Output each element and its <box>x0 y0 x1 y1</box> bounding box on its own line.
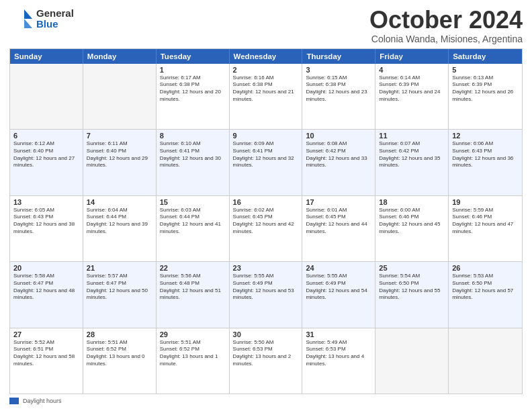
cell-info: Sunrise: 5:56 AM Sunset: 6:48 PM Dayligh… <box>160 273 226 302</box>
day-number: 13 <box>13 198 79 206</box>
calendar-cell: 25Sunrise: 5:54 AM Sunset: 6:50 PM Dayli… <box>375 262 449 327</box>
calendar: SundayMondayTuesdayWednesdayThursdayFrid… <box>9 48 523 394</box>
legend-label: Daylight hours <box>23 398 62 404</box>
day-number: 29 <box>160 330 226 338</box>
day-number: 23 <box>233 264 299 272</box>
calendar-week-row: 1Sunrise: 6:17 AM Sunset: 6:38 PM Daylig… <box>10 64 522 129</box>
calendar-cell: 10Sunrise: 6:08 AM Sunset: 6:42 PM Dayli… <box>302 130 375 195</box>
calendar-cell: 30Sunrise: 5:50 AM Sunset: 6:53 PM Dayli… <box>230 328 303 394</box>
calendar-cell: 16Sunrise: 6:02 AM Sunset: 6:45 PM Dayli… <box>230 196 303 261</box>
calendar-cell: 28Sunrise: 5:51 AM Sunset: 6:52 PM Dayli… <box>83 328 157 394</box>
calendar-cell: 9Sunrise: 6:09 AM Sunset: 6:41 PM Daylig… <box>230 130 303 195</box>
calendar-cell <box>375 328 449 394</box>
calendar-cell <box>449 328 522 394</box>
day-of-week-header: Friday <box>375 49 449 64</box>
day-number: 8 <box>160 132 226 140</box>
cell-info: Sunrise: 5:55 AM Sunset: 6:49 PM Dayligh… <box>306 273 371 302</box>
calendar-cell: 5Sunrise: 6:13 AM Sunset: 6:39 PM Daylig… <box>449 64 522 129</box>
calendar-week-row: 6Sunrise: 6:12 AM Sunset: 6:40 PM Daylig… <box>10 129 522 195</box>
day-number: 16 <box>233 198 299 206</box>
calendar-cell: 20Sunrise: 5:58 AM Sunset: 6:47 PM Dayli… <box>10 262 83 327</box>
calendar-cell <box>10 64 83 129</box>
calendar-cell: 8Sunrise: 6:10 AM Sunset: 6:41 PM Daylig… <box>157 130 230 195</box>
calendar-cell: 13Sunrise: 6:05 AM Sunset: 6:43 PM Dayli… <box>10 196 83 261</box>
cell-info: Sunrise: 6:07 AM Sunset: 6:42 PM Dayligh… <box>379 140 445 169</box>
cell-info: Sunrise: 6:11 AM Sunset: 6:40 PM Dayligh… <box>87 140 152 169</box>
calendar-cell: 15Sunrise: 6:03 AM Sunset: 6:44 PM Dayli… <box>157 196 230 261</box>
calendar-cell: 17Sunrise: 6:01 AM Sunset: 6:45 PM Dayli… <box>302 196 375 261</box>
page: General Blue October 2024 Colonia Wanda,… <box>0 0 532 411</box>
day-number: 22 <box>160 264 226 272</box>
calendar-cell: 21Sunrise: 5:57 AM Sunset: 6:47 PM Dayli… <box>83 262 157 327</box>
day-number: 9 <box>233 132 299 140</box>
cell-info: Sunrise: 6:12 AM Sunset: 6:40 PM Dayligh… <box>13 140 79 169</box>
cell-info: Sunrise: 6:15 AM Sunset: 6:38 PM Dayligh… <box>306 75 371 103</box>
cell-info: Sunrise: 5:57 AM Sunset: 6:47 PM Dayligh… <box>87 273 152 302</box>
cell-info: Sunrise: 6:16 AM Sunset: 6:38 PM Dayligh… <box>233 75 299 103</box>
cell-info: Sunrise: 6:05 AM Sunset: 6:43 PM Dayligh… <box>13 207 79 236</box>
cell-info: Sunrise: 6:13 AM Sunset: 6:39 PM Dayligh… <box>452 75 519 103</box>
day-number: 31 <box>306 330 371 338</box>
day-number: 6 <box>13 132 79 140</box>
calendar-cell: 31Sunrise: 5:49 AM Sunset: 6:53 PM Dayli… <box>302 328 375 394</box>
calendar-cell: 19Sunrise: 5:59 AM Sunset: 6:46 PM Dayli… <box>449 196 522 261</box>
cell-info: Sunrise: 5:49 AM Sunset: 6:53 PM Dayligh… <box>306 339 371 368</box>
day-number: 4 <box>379 66 445 74</box>
cell-info: Sunrise: 6:17 AM Sunset: 6:38 PM Dayligh… <box>160 75 226 103</box>
logo-icon-svg <box>9 7 34 31</box>
calendar-cell: 27Sunrise: 5:52 AM Sunset: 6:51 PM Dayli… <box>10 328 83 394</box>
calendar-cell: 18Sunrise: 6:00 AM Sunset: 6:46 PM Dayli… <box>375 196 449 261</box>
calendar-cell <box>83 64 157 129</box>
day-of-week-header: Wednesday <box>230 49 303 64</box>
cell-info: Sunrise: 6:02 AM Sunset: 6:45 PM Dayligh… <box>233 207 299 236</box>
day-number: 15 <box>160 198 226 206</box>
day-number: 11 <box>379 132 445 140</box>
cell-info: Sunrise: 6:08 AM Sunset: 6:42 PM Dayligh… <box>306 140 371 169</box>
header: General Blue October 2024 Colonia Wanda,… <box>9 7 523 44</box>
month-title: October 2024 <box>369 7 523 34</box>
day-of-week-header: Tuesday <box>157 49 230 64</box>
cell-info: Sunrise: 5:51 AM Sunset: 6:52 PM Dayligh… <box>160 339 226 368</box>
day-number: 14 <box>87 198 152 206</box>
svg-marker-1 <box>24 9 32 19</box>
day-number: 17 <box>306 198 371 206</box>
calendar-cell: 23Sunrise: 5:55 AM Sunset: 6:49 PM Dayli… <box>230 262 303 327</box>
cell-info: Sunrise: 6:09 AM Sunset: 6:41 PM Dayligh… <box>233 140 299 169</box>
day-number: 2 <box>233 66 299 74</box>
calendar-header-row: SundayMondayTuesdayWednesdayThursdayFrid… <box>10 49 522 64</box>
day-number: 28 <box>87 330 152 338</box>
logo-line2: Blue <box>36 19 74 30</box>
day-number: 21 <box>87 264 152 272</box>
calendar-cell: 11Sunrise: 6:07 AM Sunset: 6:42 PM Dayli… <box>375 130 449 195</box>
calendar-cell: 7Sunrise: 6:11 AM Sunset: 6:40 PM Daylig… <box>83 130 157 195</box>
cell-info: Sunrise: 5:52 AM Sunset: 6:51 PM Dayligh… <box>13 339 79 368</box>
day-number: 20 <box>13 264 79 272</box>
day-number: 12 <box>452 132 519 140</box>
calendar-body: 1Sunrise: 6:17 AM Sunset: 6:38 PM Daylig… <box>10 64 522 394</box>
cell-info: Sunrise: 5:54 AM Sunset: 6:50 PM Dayligh… <box>379 273 445 302</box>
logo-container: General Blue <box>9 7 74 31</box>
day-of-week-header: Monday <box>83 49 157 64</box>
cell-info: Sunrise: 5:51 AM Sunset: 6:52 PM Dayligh… <box>87 339 152 368</box>
day-number: 5 <box>452 66 519 74</box>
svg-marker-2 <box>24 19 32 28</box>
day-number: 19 <box>452 198 519 206</box>
calendar-cell: 2Sunrise: 6:16 AM Sunset: 6:38 PM Daylig… <box>230 64 303 129</box>
cell-info: Sunrise: 6:04 AM Sunset: 6:44 PM Dayligh… <box>87 207 152 236</box>
day-of-week-header: Sunday <box>10 49 83 64</box>
cell-info: Sunrise: 5:58 AM Sunset: 6:47 PM Dayligh… <box>13 273 79 302</box>
legend-color-box <box>9 398 19 404</box>
cell-info: Sunrise: 6:03 AM Sunset: 6:44 PM Dayligh… <box>160 207 226 236</box>
day-of-week-header: Thursday <box>302 49 375 64</box>
cell-info: Sunrise: 6:10 AM Sunset: 6:41 PM Dayligh… <box>160 140 226 169</box>
cell-info: Sunrise: 5:59 AM Sunset: 6:46 PM Dayligh… <box>452 207 519 236</box>
cell-info: Sunrise: 5:55 AM Sunset: 6:49 PM Dayligh… <box>233 273 299 302</box>
calendar-cell: 14Sunrise: 6:04 AM Sunset: 6:44 PM Dayli… <box>83 196 157 261</box>
day-number: 27 <box>13 330 79 338</box>
location-subtitle: Colonia Wanda, Misiones, Argentina <box>369 34 523 44</box>
logo-line1: General <box>36 8 74 19</box>
cell-info: Sunrise: 6:01 AM Sunset: 6:45 PM Dayligh… <box>306 207 371 236</box>
calendar-week-row: 20Sunrise: 5:58 AM Sunset: 6:47 PM Dayli… <box>10 261 522 327</box>
cell-info: Sunrise: 6:14 AM Sunset: 6:39 PM Dayligh… <box>379 75 445 103</box>
cell-info: Sunrise: 6:00 AM Sunset: 6:46 PM Dayligh… <box>379 207 445 236</box>
